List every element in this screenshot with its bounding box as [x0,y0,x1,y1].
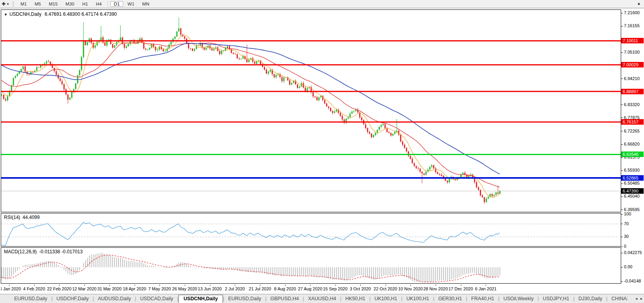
date-tick-mark [185,284,185,286]
tab-uk100-h1[interactable]: UK100,H1 [403,295,433,302]
timeframe-button-m5[interactable]: M5 [31,1,45,7]
price-axis[interactable]: 7.216007.161557.051006.942106.833206.778… [621,9,644,286]
date-tick-mark [486,284,486,286]
tabs-scroll-left-icon[interactable]: ◂ [635,296,637,301]
tab-ger30-h1[interactable]: GER30,H1 [434,295,466,302]
macd-name: MACD(12,26,9) [4,249,37,254]
macd-label: MACD(12,26,9)-0.011338 -0.017013 [4,249,83,254]
price-tick-mark [621,13,623,13]
tab-scroll-arrows: ◂ ▸ [633,296,642,301]
price-tick-label: 6.94210 [624,76,640,81]
chart-tabs: EURUSD,Daily|USDCHF,Daily|AUDUSD,Daily|U… [0,294,627,303]
price-tick-label: 6.72265 [624,129,640,133]
tab-usdcnh-daily[interactable]: USDCNH,Daily [178,295,223,303]
tab-fra40-h1[interactable]: FRA40,H1 [467,295,498,302]
chart-tab-bar: EURUSD,Daily|USDCHF,Daily|AUDUSD,Daily|U… [0,294,644,303]
date-tick-mark [59,284,59,286]
timeframe-buttons: M1M5M15M30H1H4D1W1MN [17,1,153,7]
date-tick-mark [410,284,411,286]
tab-china300-h1[interactable]: CHINA300,H1 [607,295,627,302]
price-tick-mark [621,26,623,26]
price-tick-label: 7.05100 [624,50,640,54]
date-tick-mark [210,284,210,286]
rsi-tick-mark [621,214,623,215]
timeframe-button-h1[interactable]: H1 [79,1,92,7]
price-tick-label: 6.55930 [624,168,640,172]
rsi-tick-label: 70 [624,221,629,226]
price-tick-label: 6.39595 [624,207,640,212]
tab-usdchf-daily[interactable]: USDCHF,Daily [52,295,93,302]
timeframes-toolbar: ✚ ▼ M1M5M15M30H1H4D1W1MN ▲ [0,0,644,8]
chart-symbol-label: USDCNH,Daily [9,11,41,17]
symbol-dropdown-icon[interactable]: ▼ [4,13,7,17]
tab-gbpusd-h4[interactable]: GBPUSD,H4 [266,295,303,302]
macd-tick-mark [621,281,623,282]
date-tick-mark [135,284,135,286]
timeframe-button-w1[interactable]: W1 [124,1,138,7]
date-tick-mark [285,284,286,286]
macd-values: -0.011338 -0.017013 [39,249,83,254]
date-tick-mark [360,284,361,286]
macd-tick-mark [621,267,623,267]
candlestick-chart-canvas[interactable] [1,10,621,212]
tab-eurusd-daily[interactable]: EURUSD,Daily [10,295,51,302]
tabs-scroll-right-icon[interactable]: ▸ [640,296,642,301]
date-tick-mark [34,284,35,286]
timeframe-button-d1[interactable]: D1 [110,1,123,7]
tab-usdcad-daily[interactable]: USDCAD,Daily [136,295,177,302]
price-tick-mark [621,196,623,197]
rsi-chart-canvas[interactable] [1,213,621,246]
date-tick-mark [335,284,336,286]
rsi-tick-mark [621,224,623,224]
level-price-label: 7.00029 [621,62,644,67]
tab-dj30-daily[interactable]: DJ30,Daily [574,295,606,302]
price-tick-mark [621,209,623,210]
tab-audusd-daily[interactable]: AUDUSD,Daily [94,295,135,302]
timeframe-button-m30[interactable]: M30 [62,1,78,7]
date-tick-mark [386,284,386,286]
crosshair-cursor-icon[interactable]: ✚ [2,1,6,7]
price-tick-mark [621,157,623,158]
price-tick-mark [621,131,623,131]
tab-usoil-weekly[interactable]: USOil,Weekly [499,295,538,302]
toolbar-separator [108,1,108,7]
date-tick-mark [461,284,461,286]
toolbar-drag-handle[interactable] [13,2,14,7]
level-price-label: 6.88897 [621,89,644,94]
date-tick-mark [235,284,235,286]
tab-usdjpy-h1[interactable]: USDJPY,H1 [539,295,573,302]
date-tick-mark [9,284,9,286]
price-tick-mark [621,183,623,184]
chart-ohlc-values: 6.47691 6.48300 6.47174 6.47390 [45,11,117,17]
price-tick-label: 6.45040 [624,194,640,198]
rsi-name: RSI(14) [4,215,20,220]
timeframe-button-mn[interactable]: MN [139,1,153,7]
rsi-tick-label: 0 [624,244,626,249]
level-price-label: 7.10011 [621,38,644,43]
timeframe-button-m15[interactable]: M15 [45,1,61,7]
price-tick-label: 6.83320 [624,102,640,107]
current-price-label: 6.47390 [621,188,644,194]
date-tick-mark [160,284,160,286]
macd-chart-canvas[interactable] [1,248,621,283]
date-tick-mark [109,284,110,286]
toolbar-overflow-icon[interactable]: ▲ [637,1,641,6]
tab-hk50-h1[interactable]: HK50,H1 [341,295,369,302]
level-price-label: 6.62646 [621,152,644,157]
timeframe-button-m1[interactable]: M1 [17,1,30,7]
tab-eurusd-daily[interactable]: EURUSD,Daily [224,295,265,302]
date-tick-mark [84,284,85,286]
cursor-dropdown-icon[interactable]: ▼ [6,2,9,6]
tab-xauusd-h4[interactable]: XAUUSD,H4 [304,295,340,302]
price-tick-label: 6.66820 [624,142,640,146]
macd-indicator-panel: MACD(12,26,9)-0.011338 -0.017013 [1,247,621,284]
timeframe-button-h4[interactable]: H4 [92,1,105,7]
price-tick-label: 7.16155 [624,23,640,28]
macd-tick-label: -0.04148 [624,279,641,283]
price-tick-mark [621,144,623,145]
time-axis[interactable]: 16 Jan 20204 Feb 202022 Feb 202012 Mar 2… [1,284,621,293]
price-tick-mark [621,79,623,79]
date-tick-mark [260,284,260,286]
tab-uk100-h1[interactable]: UK100,H1 [371,295,401,302]
rsi-tick-label: 30 [624,234,629,239]
